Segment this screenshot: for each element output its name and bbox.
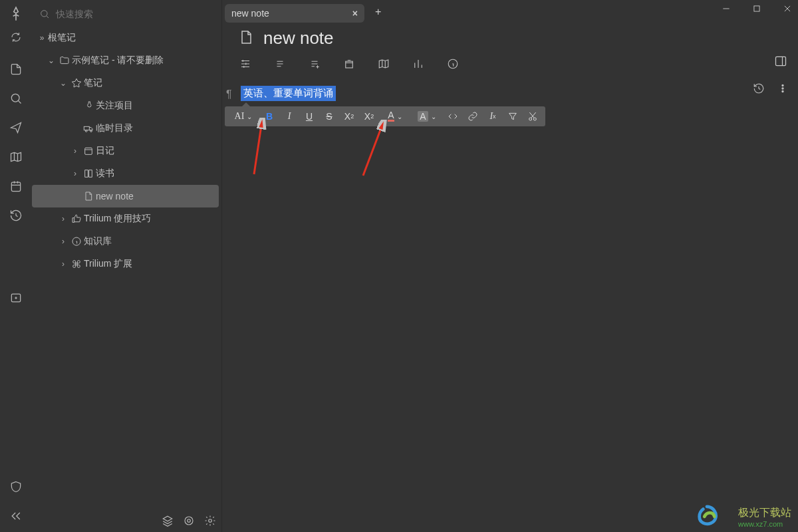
heading-dropdown[interactable]: AI⌄ xyxy=(227,108,259,125)
tree-item-temp[interactable]: 临时目录 xyxy=(35,117,216,140)
tree-label: Trilium 使用技巧 xyxy=(84,213,151,225)
command-icon xyxy=(69,259,84,269)
tree-label: 根笔记 xyxy=(48,32,76,44)
note-map-icon[interactable] xyxy=(376,57,391,71)
chevron-right-icon[interactable]: › xyxy=(69,146,81,156)
calendar-icon[interactable] xyxy=(7,177,25,196)
tree-label: 读书 xyxy=(96,168,114,180)
sync-icon[interactable] xyxy=(7,28,25,47)
close-window-button[interactable] xyxy=(781,4,794,15)
new-tab-button[interactable]: + xyxy=(368,6,388,18)
star-icon xyxy=(69,78,84,88)
map-icon[interactable] xyxy=(7,148,25,166)
tree-label: 临时目录 xyxy=(96,122,133,134)
font-color-dropdown[interactable]: A⌄ xyxy=(379,108,411,125)
code-button[interactable] xyxy=(443,108,463,125)
tree-label: new note xyxy=(96,191,134,201)
svg-point-20 xyxy=(533,118,536,120)
book-icon xyxy=(81,168,96,179)
tree-item-examples[interactable]: ⌄ 示例笔记 - 请不要删除 xyxy=(35,49,216,72)
minimize-button[interactable] xyxy=(720,4,733,15)
thumbs-up-icon xyxy=(69,213,84,224)
italic-button[interactable]: I xyxy=(279,108,299,125)
tree-item-notes[interactable]: ⌄ 笔记 xyxy=(35,72,216,94)
tree-item-diary[interactable]: › 日记 xyxy=(35,140,216,162)
expand-icon[interactable]: » xyxy=(36,33,48,43)
info-icon xyxy=(69,236,84,247)
chevron-down-icon[interactable]: ⌄ xyxy=(57,78,69,88)
main-panel: new note ¶ 英语、重要单词背诵 xyxy=(222,24,798,532)
strike-button[interactable]: S xyxy=(319,108,339,125)
highlight-dropdown[interactable]: A⌄ xyxy=(411,108,443,125)
tab-bar: new note × + xyxy=(225,0,798,24)
svg-rect-7 xyxy=(85,148,92,154)
tab-title: new note xyxy=(231,8,269,19)
tree-item-reading[interactable]: › 读书 xyxy=(35,162,216,185)
basic-props-icon[interactable] xyxy=(273,57,287,71)
chevron-right-icon[interactable]: › xyxy=(57,214,69,223)
tree-item-follow[interactable]: 关注项目 xyxy=(35,94,216,117)
chevron-down-icon[interactable]: ⌄ xyxy=(45,56,57,65)
toggle-panel-icon[interactable] xyxy=(774,55,787,70)
tree-item-ext[interactable]: › Trilium 扩展 xyxy=(35,253,216,275)
collapse-sidebar-icon[interactable] xyxy=(7,507,25,525)
clear-format-button[interactable]: Ix xyxy=(483,108,503,125)
info-circle-icon[interactable] xyxy=(446,57,460,71)
chevron-right-icon[interactable]: › xyxy=(57,237,69,246)
svg-point-11 xyxy=(209,519,212,523)
svg-point-10 xyxy=(188,519,191,523)
svg-point-19 xyxy=(529,118,532,120)
note-title-icon xyxy=(238,29,254,47)
history-icon[interactable] xyxy=(7,206,25,225)
bold-button[interactable]: B xyxy=(259,108,279,125)
gear-icon[interactable] xyxy=(203,513,217,528)
search-icon[interactable] xyxy=(7,89,25,108)
svg-rect-12 xyxy=(754,6,759,11)
chevron-right-icon[interactable]: › xyxy=(57,259,69,269)
tree-label: 示例笔记 - 请不要删除 xyxy=(72,55,164,66)
close-tab-icon[interactable]: × xyxy=(352,8,358,19)
note-toolbar xyxy=(222,51,798,78)
chevron-right-icon[interactable]: › xyxy=(69,169,81,178)
tree-item-new-note[interactable]: new note xyxy=(32,185,219,207)
add-attr-icon[interactable] xyxy=(307,57,322,71)
filter-icon[interactable] xyxy=(503,108,523,125)
watermark-title: 极光下载站 xyxy=(738,506,791,520)
subscript-button[interactable]: X2 xyxy=(359,108,379,125)
quick-search-input[interactable] xyxy=(56,9,215,19)
tree-item-kb[interactable]: › 知识库 xyxy=(35,230,216,253)
properties-icon[interactable] xyxy=(238,57,253,71)
svg-rect-13 xyxy=(776,57,786,65)
folder-icon xyxy=(57,55,72,66)
tab-new-note[interactable]: new note × xyxy=(225,4,364,23)
box-icon[interactable] xyxy=(342,57,356,71)
new-note-icon[interactable] xyxy=(7,60,25,78)
svg-rect-4 xyxy=(84,126,89,130)
svg-point-3 xyxy=(41,11,47,17)
cut-button[interactable] xyxy=(523,108,543,125)
selected-text[interactable]: 英语、重要单词背诵 xyxy=(241,86,336,101)
note-title[interactable]: new note xyxy=(263,28,334,49)
target-icon[interactable] xyxy=(182,513,196,528)
tree-label: 笔记 xyxy=(84,77,102,89)
watermark: 极光下载站 www.xz7.com xyxy=(738,506,791,528)
pilcrow-icon[interactable]: ¶ xyxy=(226,88,232,100)
logo-trilium-icon xyxy=(7,5,25,24)
link-button[interactable] xyxy=(463,108,483,125)
tree-item-tips[interactable]: › Trilium 使用技巧 xyxy=(35,207,216,230)
tree-root[interactable]: » 根笔记 xyxy=(35,27,216,49)
truck-icon xyxy=(81,123,96,134)
tree-label: Trilium 扩展 xyxy=(84,258,132,270)
watermark-url: www.xz7.com xyxy=(738,520,791,528)
send-icon[interactable] xyxy=(7,118,25,137)
protected-session-icon[interactable] xyxy=(7,289,25,307)
note-icon xyxy=(81,191,96,201)
chart-icon[interactable] xyxy=(411,57,426,71)
editor-body[interactable]: ¶ 英语、重要单词背诵 xyxy=(222,78,798,101)
underline-button[interactable]: U xyxy=(299,108,319,125)
shield-icon[interactable] xyxy=(7,477,25,496)
layers-icon[interactable] xyxy=(160,513,175,528)
maximize-button[interactable] xyxy=(750,4,763,15)
tree-label: 日记 xyxy=(96,145,114,157)
superscript-button[interactable]: X2 xyxy=(339,108,359,125)
